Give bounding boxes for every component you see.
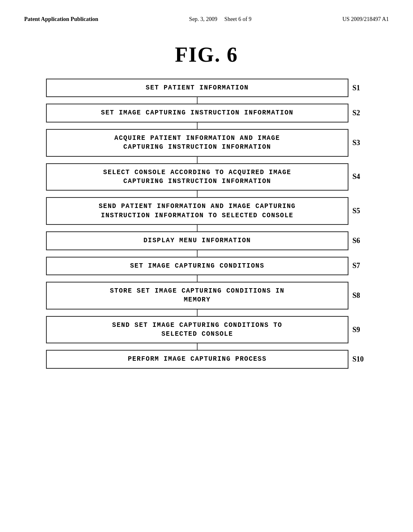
step-label-s5: S5 (353, 207, 367, 215)
connector-inner (46, 250, 348, 257)
connector-line (197, 123, 198, 129)
step-box-s3: ACQUIRE PATIENT INFORMATION AND IMAGE CA… (46, 129, 348, 157)
header-right: US 2009/218497 A1 (342, 16, 389, 23)
step-row-s3: ACQUIRE PATIENT INFORMATION AND IMAGE CA… (46, 129, 367, 157)
connector-space (348, 191, 367, 197)
connector-line (197, 225, 198, 231)
connector-5 (46, 250, 367, 257)
page: Patent Application Publication Sep. 3, 2… (0, 0, 413, 532)
connector-1 (46, 123, 367, 129)
header: Patent Application Publication Sep. 3, 2… (24, 16, 389, 23)
connector-line (197, 191, 198, 197)
header-left: Patent Application Publication (24, 16, 98, 23)
figure-title: FIG. 6 (24, 43, 389, 66)
header-date: Sep. 3, 2009 Sheet 6 of 9 (189, 16, 252, 23)
connector-line (197, 310, 198, 316)
step-row-s10: PERFORM IMAGE CAPTURING PROCESSS10 (46, 350, 367, 368)
step-row-s5: SEND PATIENT INFORMATION AND IMAGE CAPTU… (46, 197, 367, 225)
step-row-s9: SEND SET IMAGE CAPTURING CONDITIONS TO S… (46, 316, 367, 344)
connector-inner (46, 191, 348, 197)
step-label-s7: S7 (353, 262, 367, 270)
connector-inner (46, 343, 348, 350)
step-box-s8: STORE SET IMAGE CAPTURING CONDITIONS IN … (46, 282, 348, 310)
connector-space (348, 343, 367, 350)
connector-space (348, 97, 367, 104)
step-row-s1: SET PATIENT INFORMATIONS1 (46, 79, 367, 97)
connector-6 (46, 275, 367, 282)
connector-line (197, 275, 198, 282)
header-date-text: Sep. 3, 2009 (189, 16, 217, 22)
step-box-s4: SELECT CONSOLE ACCORDING TO ACQUIRED IMA… (46, 163, 348, 191)
connector-2 (46, 157, 367, 163)
connector-space (348, 250, 367, 257)
step-label-s3: S3 (353, 139, 367, 147)
connector-3 (46, 191, 367, 197)
step-box-s6: DISPLAY MENU INFORMATION (46, 231, 348, 250)
connector-line (197, 250, 198, 257)
step-row-s6: DISPLAY MENU INFORMATIONS6 (46, 231, 367, 250)
step-row-s8: STORE SET IMAGE CAPTURING CONDITIONS IN … (46, 282, 367, 310)
connector-line (197, 343, 198, 350)
connector-space (348, 275, 367, 282)
connector-4 (46, 225, 367, 231)
connector-space (348, 310, 367, 316)
connector-8 (46, 343, 367, 350)
connector-inner (46, 97, 348, 104)
connector-inner (46, 123, 348, 129)
connector-line (197, 157, 198, 163)
step-row-s4: SELECT CONSOLE ACCORDING TO ACQUIRED IMA… (46, 163, 367, 191)
step-row-s2: SET IMAGE CAPTURING INSTRUCTION INFORMAT… (46, 104, 367, 122)
step-box-s1: SET PATIENT INFORMATION (46, 79, 348, 97)
connector-inner (46, 157, 348, 163)
step-label-s6: S6 (353, 237, 367, 245)
connector-inner (46, 275, 348, 282)
step-label-s10: S10 (353, 355, 367, 364)
step-box-s2: SET IMAGE CAPTURING INSTRUCTION INFORMAT… (46, 104, 348, 122)
connector-inner (46, 310, 348, 316)
connector-space (348, 123, 367, 129)
step-box-s10: PERFORM IMAGE CAPTURING PROCESS (46, 350, 348, 368)
header-sheet: Sheet 6 of 9 (224, 16, 251, 22)
step-box-s7: SET IMAGE CAPTURING CONDITIONS (46, 257, 348, 275)
connector-space (348, 157, 367, 163)
connector-line (197, 97, 198, 104)
step-label-s9: S9 (353, 326, 367, 334)
step-box-s5: SEND PATIENT INFORMATION AND IMAGE CAPTU… (46, 197, 348, 225)
flowchart: SET PATIENT INFORMATIONS1SET IMAGE CAPTU… (24, 79, 389, 369)
connector-inner (46, 225, 348, 231)
connector-7 (46, 310, 367, 316)
step-label-s4: S4 (353, 172, 367, 181)
step-label-s2: S2 (353, 109, 367, 117)
step-row-s7: SET IMAGE CAPTURING CONDITIONSS7 (46, 257, 367, 275)
connector-space (348, 225, 367, 231)
step-label-s1: S1 (353, 84, 367, 92)
step-box-s9: SEND SET IMAGE CAPTURING CONDITIONS TO S… (46, 316, 348, 344)
connector-0 (46, 97, 367, 104)
step-label-s8: S8 (353, 291, 367, 300)
